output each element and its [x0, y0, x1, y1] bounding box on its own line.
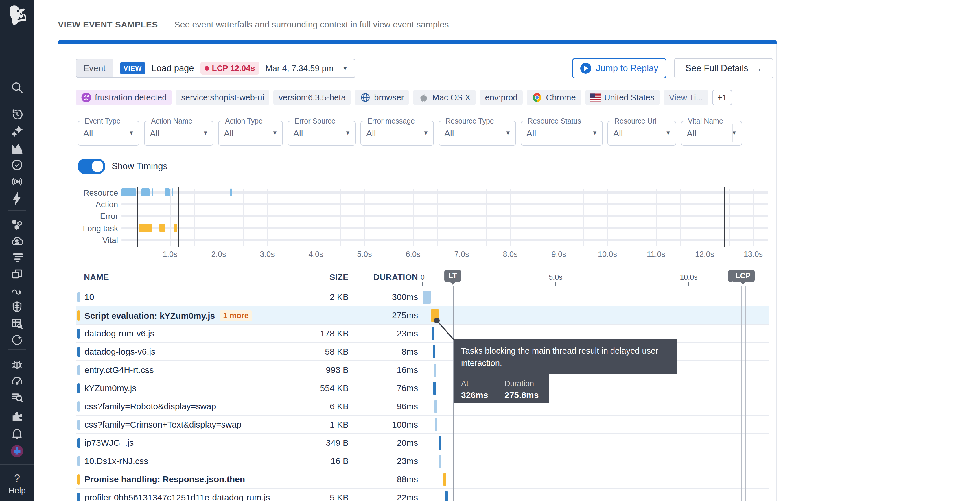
filter-resource-status[interactable]: Resource StatusAll▼: [521, 121, 603, 146]
row-name: entry.ctG4H-rt.css: [84, 365, 154, 375]
see-full-details-button[interactable]: See Full Details →: [674, 58, 773, 78]
table-row[interactable]: profiler-0bb56131347c1251d11e-datadog-ru…: [76, 488, 768, 501]
event-name: Load page: [151, 63, 194, 73]
sidebar-item-cloud-cost-icon[interactable]: [0, 234, 34, 248]
timeline-gridline: [486, 189, 487, 246]
chrome-icon: [532, 92, 542, 103]
sidebar-item-error-tracking-icon[interactable]: [0, 358, 34, 371]
table-row[interactable]: 102 KB300ms: [76, 288, 768, 306]
jump-to-replay-button[interactable]: Jump to Replay: [572, 58, 667, 78]
tag-pill[interactable]: env:prod: [480, 90, 523, 105]
table-row[interactable]: 10.Ds1x-rNJ.css16 B23ms: [76, 452, 768, 470]
waterfall-tick: [689, 282, 689, 286]
timeline-gridline: [219, 189, 219, 246]
timeline-axis-tick: 13.0s: [744, 250, 763, 259]
row-duration: 23ms: [397, 329, 418, 339]
sidebar-item-user-avatar[interactable]: [0, 444, 34, 458]
sidebar-item-notifications-icon[interactable]: [0, 426, 34, 440]
sidebar-item-search-icon[interactable]: [0, 80, 34, 94]
table-row[interactable]: css?family=Roboto&display=swap6 KB96ms: [76, 398, 768, 416]
sidebar-item-monitors-icon[interactable]: [0, 158, 34, 172]
sidebar-item-logs-icon[interactable]: [0, 250, 34, 264]
event-timeline-chart: 1.0s2.0s3.0s4.0s5.0s6.0s7.0s8.0s9.0s10.0…: [67, 188, 769, 257]
tag-pill[interactable]: version:6.3.5-beta: [274, 90, 351, 105]
sidebar-item-history-icon[interactable]: [0, 108, 34, 121]
tag-pill[interactable]: browser: [355, 90, 409, 105]
tag-pill[interactable]: Chrome: [527, 90, 581, 105]
timeline-gridline: [705, 189, 705, 246]
filter-action-type[interactable]: Action TypeAll▼: [218, 121, 283, 146]
table-row[interactable]: Script evaluation: kYZum0my.js1 more275m…: [76, 306, 768, 324]
table-row[interactable]: ip73WJG_.js349 B20ms: [76, 434, 768, 452]
tag-pill[interactable]: service:shopist-web-ui: [176, 90, 269, 105]
timeline-row-label: Error: [67, 212, 118, 221]
row-size: 1 KB: [330, 420, 348, 429]
timeline-event-marker: [137, 188, 138, 247]
filter-value: All: [224, 129, 234, 138]
sidebar-item-broadcast-icon[interactable]: [0, 175, 34, 189]
sidebar-item-integrations-icon[interactable]: [0, 410, 34, 423]
timeline-bar: [230, 188, 232, 196]
sidebar-item-traces-icon[interactable]: [0, 283, 34, 297]
event-type-pill-icon: [77, 438, 80, 448]
sidebar-item-security-icon[interactable]: [0, 300, 34, 314]
event-type-badge: VIEW: [120, 62, 145, 74]
sidebar-item-help-icon[interactable]: ?: [0, 471, 34, 485]
column-header-name: NAME: [84, 272, 109, 282]
waterfall-bar: [433, 345, 435, 358]
timeline-bar: [151, 188, 153, 196]
table-row[interactable]: css?family=Crimson+Text&display=swap1 KB…: [76, 416, 768, 434]
help-label[interactable]: Help: [0, 486, 34, 496]
tag-pill[interactable]: frustration detected: [76, 90, 172, 105]
chevron-down-icon[interactable]: ▼: [342, 65, 348, 72]
filter-error-message[interactable]: Error messageAll▼: [360, 121, 434, 146]
filter-resource-type[interactable]: Resource TypeAll▼: [439, 121, 516, 146]
table-row[interactable]: Promise handling: Response.json.then88ms: [76, 470, 768, 488]
event-type-pill-icon: [77, 347, 80, 357]
tag-pill[interactable]: View Ti...: [664, 90, 708, 105]
filter-action-name[interactable]: Action NameAll▼: [144, 121, 213, 146]
tag-label: service:shopist-web-ui: [181, 93, 264, 102]
sidebar-item-bolt-icon[interactable]: [0, 191, 34, 205]
timeline-axis-tick: 2.0s: [211, 250, 226, 259]
more-events-badge[interactable]: 1 more: [220, 310, 252, 321]
page-divider: [801, 0, 801, 501]
sidebar-item-log-search-icon[interactable]: [0, 391, 34, 404]
waterfall-bar: [434, 364, 436, 377]
event-type-pill-icon: [77, 310, 80, 321]
timeline-plot-area[interactable]: 1.0s2.0s3.0s4.0s5.0s6.0s7.0s8.0s9.0s10.0…: [121, 189, 768, 246]
row-size: 5 KB: [330, 493, 348, 501]
row-name: 10: [84, 292, 94, 302]
row-size: 993 B: [326, 365, 348, 375]
sidebar-item-rum-icon[interactable]: [0, 267, 34, 281]
sidebar-item-profiling-icon[interactable]: [0, 374, 34, 388]
row-duration: 100ms: [392, 420, 418, 429]
lcp-status-dot: [205, 66, 209, 71]
event-selector[interactable]: Event VIEW Load page LCP 12.04s Mar 4, 7…: [76, 59, 355, 78]
tag-pill[interactable]: Mac OS X: [413, 90, 476, 105]
tooltip-at-label: At: [461, 379, 504, 388]
waterfall-axis-5s: 5.0s: [549, 273, 562, 282]
page-title-subtitle: See event waterfalls and surrounding con…: [174, 20, 449, 30]
event-type-pill-icon: [77, 329, 80, 339]
filters-separator: [732, 124, 733, 142]
more-tags-button[interactable]: +1: [712, 90, 732, 105]
sidebar-item-metrics-icon[interactable]: [0, 141, 34, 155]
filter-event-type[interactable]: Event TypeAll▼: [78, 121, 139, 146]
timeline-row-label: Action: [67, 200, 118, 209]
column-header-size: SIZE: [329, 272, 348, 282]
tag-pill[interactable]: United States: [585, 90, 660, 105]
datadog-logo[interactable]: [5, 4, 29, 31]
show-timings-toggle[interactable]: [78, 159, 105, 174]
timeline-axis-tick: 9.0s: [551, 250, 566, 259]
filter-resource-url[interactable]: Resource UrlAll▼: [608, 121, 676, 146]
sidebar-item-audit-icon[interactable]: [0, 317, 34, 330]
sidebar-item-infrastructure-icon[interactable]: [0, 218, 34, 231]
sidebar-item-sparkles-icon[interactable]: [0, 124, 34, 138]
filter-value: All: [527, 129, 536, 138]
table-row[interactable]: kYZum0my.js554 KB76ms: [76, 379, 768, 398]
filter-error-source[interactable]: Error SourceAll▼: [288, 121, 356, 146]
sidebar-item-synthetics-icon[interactable]: [0, 333, 34, 347]
filter-value: All: [83, 129, 93, 138]
timeline-axis-tick: 4.0s: [309, 250, 323, 259]
